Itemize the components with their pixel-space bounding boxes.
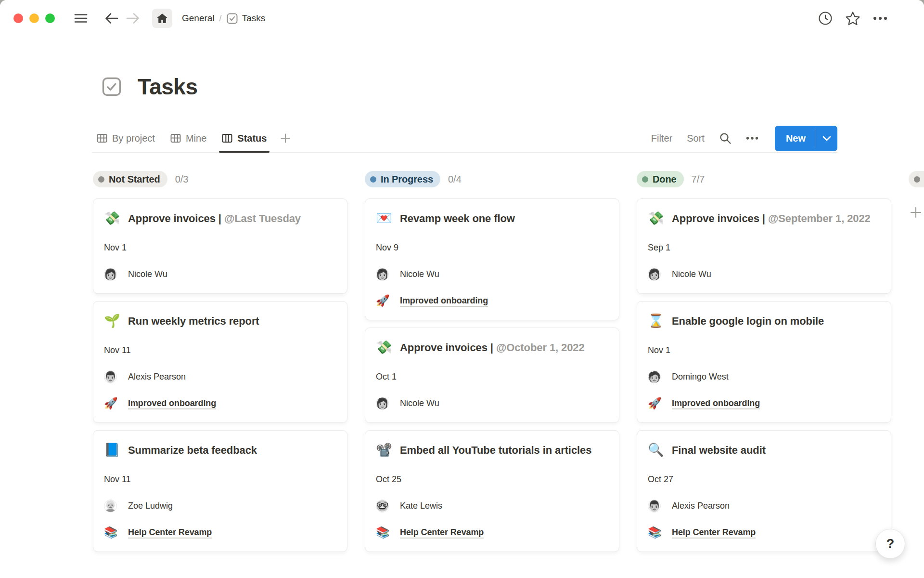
sidebar-menu-icon[interactable] — [74, 13, 88, 24]
person-avatar-slot: 🧑 — [648, 370, 665, 383]
task-title-main: Revamp week one flow — [400, 212, 515, 224]
tab-by-project[interactable]: By project — [92, 124, 160, 152]
search-icon[interactable] — [719, 132, 732, 144]
checkbox-icon — [227, 13, 238, 24]
task-card[interactable]: 📽️Embed all YouTube tutorials in article… — [365, 430, 619, 552]
new-button[interactable]: New — [775, 126, 837, 151]
task-date-value: Oct 1 — [376, 372, 397, 382]
close-window-button[interactable] — [13, 13, 23, 23]
help-button[interactable]: ? — [875, 529, 905, 559]
avatar: 👩 — [104, 268, 117, 281]
zoom-window-button[interactable] — [45, 13, 55, 23]
column-label: Done — [653, 174, 677, 185]
project-icon: 🚀 — [648, 396, 662, 410]
task-person: 👩Nicole Wu — [104, 267, 336, 281]
tab-label: By project — [112, 133, 155, 144]
task-date: Nov 1 — [648, 343, 880, 357]
tab-mine[interactable]: Mine — [166, 124, 211, 152]
task-icon: 💸 — [376, 338, 393, 357]
project-link[interactable]: Help Center Revamp — [672, 527, 756, 538]
task-card[interactable]: 📘Summarize beta feedbackNov 11👱Zoe Ludwi… — [93, 430, 347, 552]
column-header-partial-right[interactable]: A — [909, 171, 924, 187]
task-date-value: Nov 1 — [104, 243, 127, 253]
person-avatar-slot: 👨 — [648, 499, 665, 512]
task-date-value: Oct 27 — [648, 474, 673, 485]
person-avatar-slot: 👱 — [104, 499, 121, 512]
task-icon: 📽️ — [376, 440, 393, 460]
top-bar: General / Tasks — [0, 0, 924, 37]
task-icon: 📘 — [104, 440, 121, 460]
add-view-plus-icon[interactable] — [280, 133, 291, 144]
project-link[interactable]: Help Center Revamp — [400, 527, 484, 538]
task-title: 💌Revamp week one flow — [376, 209, 608, 228]
project-link[interactable]: Improved onboarding — [128, 398, 216, 408]
task-date: Oct 27 — [648, 472, 880, 486]
task-title-text: Approve invoices | @Last Tuesday — [128, 209, 336, 228]
task-card[interactable]: 💸Approve invoices | @September 1, 2022Se… — [637, 198, 891, 294]
new-button-label[interactable]: New — [775, 126, 816, 151]
task-title-text: Approve invoices | @October 1, 2022 — [400, 338, 608, 357]
task-title: 🌱Run weekly metrics report — [104, 311, 336, 331]
project-link[interactable]: Improved onboarding — [672, 398, 760, 408]
task-card[interactable]: 💸Approve invoices | @Last TuesdayNov 1👩N… — [93, 198, 347, 294]
page-checkbox-icon — [102, 77, 121, 96]
column-header-in-progress[interactable]: In Progress0/4 — [365, 171, 619, 187]
avatar: 👱 — [104, 499, 117, 512]
person-name: Nicole Wu — [400, 269, 439, 279]
back-arrow-icon[interactable] — [105, 12, 118, 25]
project-link[interactable]: Help Center Revamp — [128, 527, 212, 538]
task-title-text: Approve invoices | @September 1, 2022 — [672, 209, 880, 228]
task-card[interactable]: 💌Revamp week one flowNov 9👩Nicole Wu🚀Imp… — [365, 198, 619, 320]
breadcrumb-page-tasks[interactable]: Tasks — [224, 11, 269, 26]
task-title-main: Enable google login on mobile — [672, 315, 824, 327]
status-pill: Not Started — [93, 171, 167, 187]
sort-button[interactable]: Sort — [687, 133, 705, 144]
person-avatar-slot: 👩 — [376, 268, 393, 281]
minimize-window-button[interactable] — [29, 13, 39, 23]
table-icon — [97, 133, 107, 144]
task-person: 👩Nicole Wu — [376, 267, 608, 281]
board-column-in-progress: In Progress0/4💌Revamp week one flowNov 9… — [365, 171, 619, 559]
task-project: 🚀Improved onboarding — [376, 293, 608, 308]
avatar: 🤓 — [376, 499, 389, 512]
task-title-main: Final website audit — [672, 444, 766, 456]
date-mention: @October 1, 2022 — [496, 342, 585, 354]
tab-status[interactable]: Status — [217, 124, 271, 152]
task-date-value: Sep 1 — [648, 243, 670, 253]
task-card[interactable]: ⌛Enable google login on mobileNov 1🧑Domi… — [637, 301, 891, 423]
status-pill: In Progress — [365, 171, 440, 187]
task-title-main: Approve invoices | — [672, 212, 765, 224]
column-header-done[interactable]: Done7/7 — [637, 171, 891, 187]
filter-button[interactable]: Filter — [651, 133, 672, 144]
favorite-star-icon[interactable] — [845, 11, 860, 26]
forward-arrow-icon[interactable] — [126, 12, 140, 25]
task-icon: 💌 — [376, 209, 393, 228]
history-clock-icon[interactable] — [818, 11, 833, 26]
avatar: 👩 — [376, 397, 389, 410]
task-card[interactable]: 🔍Final website auditOct 27👨Alexis Pearso… — [637, 430, 891, 552]
view-toolbar: By project Mine Status — [92, 124, 837, 153]
task-title-text: Run weekly metrics report — [128, 311, 336, 331]
topbar-actions — [818, 11, 887, 26]
project-icon: 🚀 — [376, 293, 390, 308]
task-card[interactable]: 🌱Run weekly metrics reportNov 11👨Alexis … — [93, 301, 347, 423]
task-title-main: Approve invoices | — [128, 212, 221, 224]
add-card-plus-icon[interactable] — [910, 206, 922, 219]
home-icon[interactable] — [152, 9, 172, 28]
more-options-icon[interactable] — [873, 16, 887, 21]
breadcrumb-workspace[interactable]: General — [179, 11, 218, 26]
task-date: Sep 1 — [648, 240, 880, 255]
task-date: Nov 1 — [104, 240, 336, 255]
project-icon-slot: 🚀 — [648, 396, 665, 410]
column-header-not-started[interactable]: Not Started0/3 — [93, 171, 347, 187]
task-title: 📘Summarize beta feedback — [104, 440, 336, 460]
view-more-icon[interactable] — [746, 136, 758, 140]
chevron-down-icon[interactable] — [816, 126, 837, 151]
task-date-value: Oct 25 — [376, 474, 401, 485]
project-link[interactable]: Improved onboarding — [400, 296, 488, 306]
task-icon: 💸 — [648, 209, 665, 228]
project-icon-slot: 📚 — [104, 525, 121, 539]
task-card[interactable]: 💸Approve invoices | @October 1, 2022Oct … — [365, 328, 619, 423]
breadcrumb-page-label: Tasks — [242, 13, 266, 24]
avatar: 👨 — [648, 499, 661, 512]
